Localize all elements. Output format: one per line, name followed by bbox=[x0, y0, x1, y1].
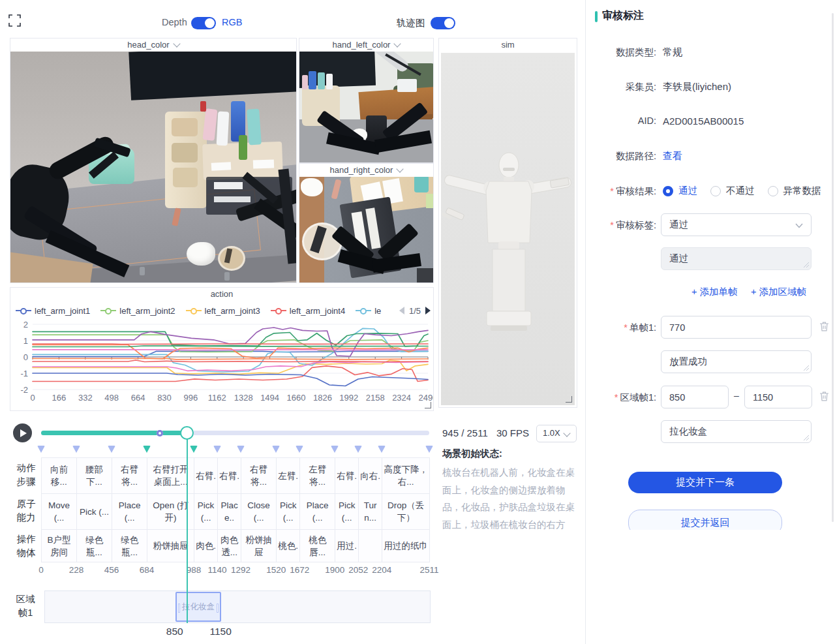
scene-shape bbox=[318, 72, 325, 89]
fullscreen-icon[interactable] bbox=[8, 14, 21, 27]
hand-right-camera-panel: hand_right_color bbox=[299, 163, 434, 283]
step-cell: 用过的纸巾 bbox=[382, 530, 430, 562]
step-cell: 左臂将... bbox=[300, 458, 335, 494]
field-label-data-type: 数据类型: bbox=[587, 46, 656, 59]
step-cell: Pick (... bbox=[194, 494, 218, 530]
scene-shape bbox=[211, 162, 232, 171]
timeline-marker[interactable] bbox=[37, 446, 45, 453]
timeline-marker[interactable] bbox=[354, 446, 362, 453]
radio-pass[interactable] bbox=[663, 186, 673, 196]
timeline-marker[interactable] bbox=[296, 446, 303, 453]
step-cell: 高度下降，右... bbox=[382, 458, 430, 494]
scene-shape bbox=[309, 71, 316, 89]
field-label-review-result: *审核结果: bbox=[587, 185, 656, 198]
region-start-input[interactable] bbox=[661, 386, 729, 408]
legend-line-icon bbox=[100, 307, 116, 314]
step-cell: 腰部下... bbox=[77, 458, 112, 494]
region-handle-right[interactable] bbox=[217, 604, 219, 613]
resize-corner-icon[interactable] bbox=[425, 402, 431, 408]
field-value-data-type: 常规 bbox=[663, 46, 682, 59]
legend-prev-icon[interactable] bbox=[399, 307, 404, 314]
step-table: 向前移...腰部下...右臂将...右臂打开桌面上...右臂.右臂.右臂将...… bbox=[41, 457, 430, 562]
radio-abnormal-label[interactable]: 异常数据 bbox=[783, 185, 821, 197]
play-button[interactable] bbox=[13, 423, 32, 442]
add-region-frame-link[interactable]: + 添加区域帧 bbox=[751, 286, 806, 298]
radio-pass-label[interactable]: 通过 bbox=[678, 185, 697, 197]
scene-shape bbox=[172, 143, 198, 162]
step-cell: 向前移... bbox=[42, 458, 77, 494]
sim-panel: sim bbox=[438, 38, 577, 408]
depth-rgb-toggle[interactable] bbox=[191, 17, 216, 29]
step-cell: Place (... bbox=[112, 494, 147, 530]
svg-text:996: 996 bbox=[184, 393, 198, 403]
region-end-input[interactable] bbox=[744, 386, 812, 408]
legend-item[interactable]: left_arm_joint1 bbox=[16, 306, 90, 316]
scene-shape bbox=[200, 101, 206, 112]
radio-fail[interactable] bbox=[710, 186, 721, 196]
step-cell: 右臂. bbox=[218, 458, 241, 494]
step-cell: 桃色. bbox=[277, 530, 300, 562]
frame-axis-label: 228 bbox=[63, 565, 90, 575]
playhead-handle[interactable] bbox=[180, 426, 194, 440]
speed-select[interactable]: 1.0X bbox=[536, 425, 577, 442]
legend-next-icon[interactable] bbox=[425, 307, 431, 314]
timeline-marker[interactable] bbox=[190, 446, 198, 453]
legend-item[interactable]: le bbox=[356, 306, 381, 316]
trajectory-toggle[interactable] bbox=[431, 17, 455, 29]
legend-item[interactable]: left_arm_joint4 bbox=[271, 306, 345, 316]
add-single-frame-link[interactable]: + 添加单帧 bbox=[691, 286, 738, 298]
radio-fail-label[interactable]: 不通过 bbox=[726, 185, 755, 197]
single-frame-input[interactable] bbox=[661, 316, 812, 339]
chevron-down-icon bbox=[563, 429, 570, 437]
svg-text:1328: 1328 bbox=[234, 393, 253, 403]
region-handle-left[interactable] bbox=[178, 604, 180, 613]
step-cell: Pick (... bbox=[335, 494, 359, 530]
submit-back-button[interactable]: 提交并返回 bbox=[628, 510, 782, 530]
field-label-collector: 采集员: bbox=[587, 81, 656, 93]
action-chart-plot[interactable]: 210-1-2016633249866483099611621328149416… bbox=[10, 319, 433, 405]
svg-text:1: 1 bbox=[23, 336, 28, 346]
sim-viewport[interactable] bbox=[441, 53, 575, 405]
field-value-collector: 李轶晨(liyichen) bbox=[663, 81, 731, 93]
depth-label: Depth bbox=[162, 17, 187, 27]
legend-item[interactable]: left_arm_joint2 bbox=[100, 306, 175, 316]
timeline-marker[interactable] bbox=[143, 446, 151, 453]
head-camera-title[interactable]: head_color bbox=[10, 38, 296, 52]
region-frame-note-textarea[interactable]: 拉化妆盒 bbox=[661, 420, 812, 443]
timeline-marker[interactable] bbox=[72, 446, 80, 453]
timeline-marker[interactable] bbox=[425, 446, 433, 453]
frame-axis-label: 684 bbox=[133, 565, 160, 575]
resize-corner-icon[interactable] bbox=[566, 396, 572, 403]
scene-state-title: 场景初始状态: bbox=[442, 448, 581, 460]
region-frame-box[interactable]: 拉化妆盒 bbox=[175, 592, 221, 622]
field-label-region-frame: *区域帧1: bbox=[587, 391, 656, 404]
hand-right-camera-title[interactable]: hand_right_color bbox=[299, 164, 433, 177]
chevron-down-icon bbox=[795, 223, 803, 228]
scrollbar-thumb[interactable] bbox=[832, 13, 834, 522]
scene-state-text: 梳妆台在机器人前，化妆盒在桌面上，化妆盒的侧边摆放着物品，化妆品，护肤品盒垃圾在… bbox=[442, 464, 581, 533]
timeline-marker[interactable] bbox=[213, 446, 221, 453]
timeline-marker[interactable] bbox=[331, 446, 339, 453]
radio-abnormal[interactable] bbox=[768, 186, 778, 196]
single-frame-dot[interactable] bbox=[157, 430, 163, 437]
timeline-marker[interactable] bbox=[272, 446, 280, 453]
timeline-marker[interactable] bbox=[108, 446, 115, 453]
step-cell: 右臂. bbox=[194, 458, 218, 494]
step-cell: Turn... bbox=[359, 494, 382, 530]
trash-icon[interactable] bbox=[819, 321, 829, 331]
region-frame-track[interactable]: 拉化妆盒 bbox=[44, 590, 431, 623]
timeline-marker[interactable] bbox=[378, 446, 386, 453]
step-cell: Place (... bbox=[300, 494, 335, 530]
submit-next-button[interactable]: 提交并下一条 bbox=[628, 472, 782, 493]
review-tag-select[interactable]: 通过 bbox=[661, 213, 812, 236]
timeline-marker[interactable] bbox=[237, 446, 245, 453]
review-tag-note-textarea[interactable]: 通过 bbox=[661, 247, 812, 270]
single-frame-note-textarea[interactable]: 放置成功 bbox=[661, 350, 812, 373]
hand-left-camera-title[interactable]: hand_left_color bbox=[299, 38, 433, 52]
review-panel-title: 审核标注 bbox=[602, 9, 644, 23]
svg-text:498: 498 bbox=[104, 393, 119, 403]
submit-back-clip: 提交并返回 bbox=[628, 510, 782, 530]
data-path-view-link[interactable]: 查看 bbox=[663, 150, 682, 162]
trash-icon[interactable] bbox=[819, 391, 829, 401]
legend-item[interactable]: left_arm_joint3 bbox=[186, 306, 260, 316]
